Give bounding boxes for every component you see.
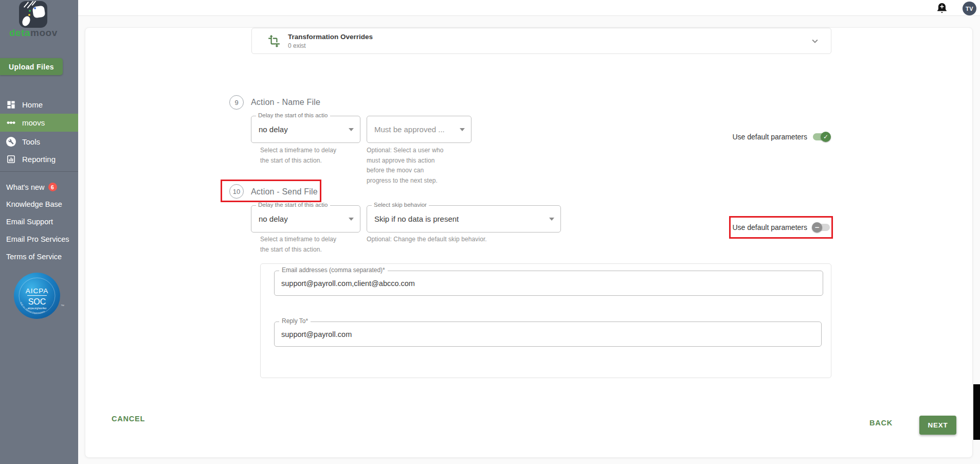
trademark-symbol: ™ (61, 304, 64, 308)
dashboard-icon (6, 100, 16, 110)
delay-helper-step10: Select a timeframe to delay the start of… (260, 235, 336, 255)
field-label: Email addresses (comma separated)* (279, 266, 388, 274)
link-terms-of-service[interactable]: Terms of Service (6, 253, 62, 261)
sidebar-item-reporting[interactable]: Reporting (0, 150, 78, 168)
whats-new-count-badge: 6 (48, 183, 57, 191)
caret-down-icon (349, 218, 354, 221)
overrides-count: 0 exist (288, 42, 373, 49)
select-value: Skip if no data is present (374, 206, 547, 232)
select-value: no delay (259, 116, 347, 142)
sidebar: detamoov Upload Files Home moovs Tools R… (0, 0, 78, 464)
scrollbar-thumb[interactable] (973, 384, 980, 440)
skip-helper-step10: Optional: Change the default skip behavi… (367, 235, 487, 245)
next-button[interactable]: NEXT (919, 416, 956, 435)
caret-down-icon (549, 218, 554, 221)
link-whats-new[interactable]: What's new 6 (6, 183, 57, 191)
sidebar-item-label: Home (22, 100, 43, 109)
svg-text:SOC: SOC (28, 297, 46, 306)
link-email-support[interactable]: Email Support (6, 218, 53, 226)
use-default-parameters-toggle-step10[interactable]: − (812, 222, 831, 233)
select-placeholder: Must be approved ... (374, 116, 458, 142)
email-addresses-input[interactable] (274, 271, 823, 296)
step-10-title: Action - Send File (251, 187, 318, 197)
use-default-parameters-toggle-step9[interactable]: ✓ (812, 132, 831, 142)
step-9-number: 9 (229, 95, 244, 110)
select-value: no delay (259, 206, 347, 232)
link-knowledge-base[interactable]: Knowledge Base (6, 200, 62, 208)
approver-select-step9[interactable]: Must be approved ... (367, 116, 471, 143)
svg-text:aicpa.org/soc4so: aicpa.org/soc4so (28, 307, 47, 310)
delay-select-step10[interactable]: Delay the start of this actio no delay (251, 205, 360, 233)
caret-down-icon (349, 128, 354, 131)
check-icon: ✓ (821, 132, 831, 142)
notifications-bell-icon[interactable] (936, 2, 948, 14)
aicpa-soc-badge: AICPA SOC aicpa.org/soc4so SOC for Servi… (14, 273, 60, 319)
upload-files-button[interactable]: Upload Files (0, 58, 63, 75)
email-parameters-card: Email addresses (comma separated)* Reply… (260, 263, 831, 378)
user-avatar[interactable]: TV (963, 2, 976, 15)
link-email-pro-services[interactable]: Email Pro Services (6, 235, 69, 243)
delay-helper-step9: Select a timeframe to delay the start of… (260, 146, 336, 166)
brand-logo-icon (19, 1, 47, 28)
sidebar-item-moovs[interactable]: moovs (0, 114, 78, 132)
cancel-button[interactable]: CANCEL (112, 415, 145, 423)
sidebar-item-tools[interactable]: Tools (0, 133, 78, 150)
three-dots-icon (6, 118, 16, 128)
brand-wordmark: detamoov (9, 27, 58, 39)
sidebar-item-label: Reporting (22, 155, 56, 164)
use-default-parameters-row-step9: Use default parameters ✓ (732, 132, 831, 142)
wrench-icon (6, 137, 16, 147)
email-addresses-field-wrap: Email addresses (comma separated)* (274, 271, 823, 296)
sidebar-divider (0, 171, 78, 172)
approver-helper-step9: Optional: Select a user who must approve… (367, 146, 443, 186)
use-default-parameters-row-step10: Use default parameters − (732, 222, 831, 233)
toggle-label: Use default parameters (732, 133, 807, 141)
step-9-title: Action - Name File (251, 98, 320, 107)
delay-select-step9[interactable]: Delay the start of this actio no delay (251, 116, 360, 143)
svg-text:AICPA: AICPA (26, 287, 49, 295)
chevron-down-icon[interactable] (809, 35, 821, 49)
toggle-label: Use default parameters (732, 223, 807, 231)
reply-to-input[interactable] (274, 322, 822, 347)
overrides-title: Transformation Overrides (288, 33, 373, 41)
minus-icon: − (812, 222, 822, 233)
transform-icon (267, 34, 281, 48)
sidebar-item-label: Tools (22, 137, 40, 146)
wizard-panel: Transformation Overrides 0 exist 9 Actio… (85, 27, 973, 458)
sidebar-item-home[interactable]: Home (0, 96, 78, 113)
transformation-overrides-card[interactable]: Transformation Overrides 0 exist (251, 28, 831, 54)
caret-down-icon (460, 128, 465, 131)
topbar (78, 0, 980, 16)
sidebar-item-label: moovs (22, 118, 45, 127)
field-label: Reply To* (279, 317, 311, 325)
step-10-number: 10 (229, 184, 244, 199)
skip-behavior-select-step10[interactable]: Select skip behavior Skip if no data is … (367, 205, 561, 233)
back-button[interactable]: BACK (869, 419, 893, 427)
bar-chart-icon (6, 154, 16, 164)
reply-to-field-wrap: Reply To* (274, 322, 822, 347)
